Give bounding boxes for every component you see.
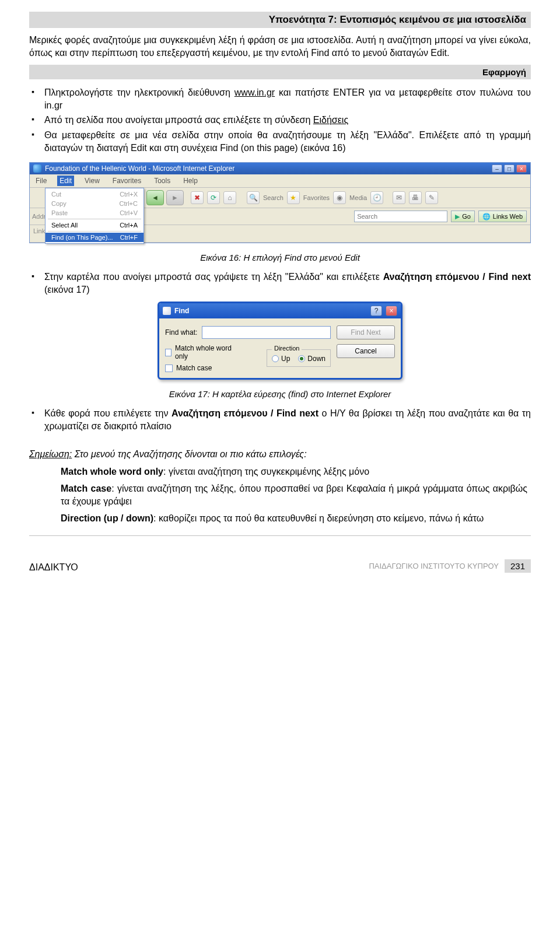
- globe-icon: 🌐: [482, 213, 491, 220]
- stop-button[interactable]: ✖: [191, 191, 204, 204]
- go-label: Go: [462, 213, 471, 220]
- menu-favorites[interactable]: Favorites: [110, 176, 144, 186]
- close-button[interactable]: ×: [516, 164, 527, 173]
- menu-label: Select All: [51, 222, 78, 229]
- bullet-1: Πληκτρολογήστε την ηλεκτρονική διεύθυνση…: [29, 86, 531, 111]
- favorites-button[interactable]: ★: [287, 191, 300, 204]
- links-web-button[interactable]: 🌐Links Web: [478, 211, 527, 222]
- menu-label: Cut: [51, 191, 61, 198]
- home-button[interactable]: ⌂: [223, 191, 236, 204]
- note-rest: : γίνεται αναζήτηση της συγκεκριμένης λέ…: [163, 467, 369, 476]
- radio-label: Down: [307, 355, 326, 363]
- maximize-button[interactable]: □: [504, 164, 514, 173]
- links-web-label: Links Web: [493, 213, 523, 220]
- close-button[interactable]: ×: [386, 306, 397, 316]
- find-what-input[interactable]: [202, 326, 331, 339]
- history-icon: 🕘: [373, 194, 382, 202]
- bullet-text: Πληκτρολογήστε την ηλεκτρονική διεύθυνση: [44, 87, 235, 97]
- direction-down-radio[interactable]: Down: [298, 355, 326, 363]
- note-bold: Match case: [61, 483, 111, 493]
- instruction-list-3: Κάθε φορά που επιλέγετε την Αναζήτηση επ…: [29, 407, 531, 432]
- checkbox-label: Match case: [176, 364, 212, 372]
- history-button[interactable]: 🕘: [370, 191, 383, 204]
- bullet-text: Στην καρτέλα που ανοίγει μπροστά σας γρά…: [44, 272, 383, 282]
- menu-item-cut[interactable]: CutCtrl+X: [46, 190, 144, 199]
- search-label: Search: [263, 194, 284, 201]
- bold-text: Αναζήτηση επόμενου / Find next: [172, 408, 318, 418]
- refresh-button[interactable]: ⟳: [207, 191, 220, 204]
- link-text: Ειδήσεις: [313, 115, 348, 125]
- media-button[interactable]: ◉: [333, 191, 346, 204]
- edit-icon: ✎: [429, 194, 435, 202]
- page-footer: ΔΙΑΔΙΚΤΥΟ ΠΑΙΔΑΓΩΓΙΚΟ ΙΝΣΤΙΤΟΥΤΟ ΚΥΠΡΟΥ …: [0, 559, 560, 576]
- edit-button[interactable]: ✎: [425, 191, 438, 204]
- section-title-bar: Υποενότητα 7: Εντοπισμός κειμένου σε μια…: [29, 12, 531, 28]
- note-bold: Match whole word only: [61, 467, 163, 476]
- find-next-button[interactable]: Find Next: [337, 325, 395, 339]
- note-rest: : γίνεται αναζήτηση της λέξης, όπου προσ…: [61, 483, 527, 506]
- menu-item-paste[interactable]: PasteCtrl+V: [46, 208, 144, 218]
- minimize-button[interactable]: –: [492, 164, 502, 173]
- star-icon: ★: [290, 194, 296, 202]
- search-icon: 🔍: [249, 194, 258, 202]
- menu-shortcut: Ctrl+F: [120, 234, 138, 241]
- stop-icon: ✖: [194, 194, 200, 202]
- direction-up-radio[interactable]: Up: [272, 355, 290, 363]
- find-title-text: Find: [174, 307, 367, 315]
- page-number: 231: [505, 559, 531, 573]
- go-icon: ▶: [455, 213, 460, 220]
- menu-edit[interactable]: Edit: [57, 176, 74, 186]
- bullet-text: (εικόνα 17): [44, 285, 90, 295]
- print-button[interactable]: 🖶: [409, 191, 422, 204]
- search-input[interactable]: [354, 211, 447, 222]
- radio-icon: [272, 355, 279, 362]
- bullet-text: Κάθε φορά που επιλέγετε την: [44, 408, 172, 418]
- menu-tools[interactable]: Tools: [152, 176, 173, 186]
- note-bold: Direction (up / down): [61, 513, 153, 523]
- forward-button[interactable]: ►: [166, 190, 184, 205]
- window-title: Foundation of the Hellenic World - Micro…: [45, 164, 488, 173]
- note-item-2: Match case: γίνεται αναζήτηση της λέξης,…: [61, 482, 531, 507]
- note-item-3: Direction (up / down): καθορίζει προς τα…: [61, 512, 531, 525]
- menubar: File Edit View Favorites Tools Help: [30, 174, 530, 188]
- menu-shortcut: Ctrl+C: [120, 200, 138, 207]
- media-label: Media: [349, 194, 367, 201]
- mail-button[interactable]: ✉: [393, 191, 405, 204]
- favorites-label: Favorites: [303, 194, 330, 201]
- print-icon: 🖶: [412, 194, 419, 202]
- ie-icon: [33, 164, 41, 173]
- direction-group: Direction Up Down: [267, 349, 331, 367]
- search-button[interactable]: 🔍: [247, 191, 260, 204]
- menu-shortcut: Ctrl+V: [120, 209, 138, 216]
- go-button[interactable]: ▶Go: [451, 211, 475, 222]
- bold-text: Αναζήτηση επόμενου / Find next: [383, 272, 531, 282]
- checkbox-icon: [165, 365, 173, 372]
- menu-item-find[interactable]: Find (on This Page)...Ctrl+F: [46, 233, 144, 242]
- menu-view[interactable]: View: [82, 176, 102, 186]
- back-button[interactable]: ◄: [146, 190, 164, 205]
- figure-16-caption: Εικόνα 16: Η επιλογή Find στο μενού Edit: [29, 253, 531, 262]
- bullet-text: Από τη σελίδα που ανοίγεται μπροστά σας …: [44, 115, 313, 125]
- instruction-list-1: Πληκτρολογήστε την ηλεκτρονική διεύθυνση…: [29, 86, 531, 154]
- match-whole-word-checkbox[interactable]: Match whole word only: [165, 344, 234, 360]
- menu-item-selectall[interactable]: Select AllCtrl+A: [46, 220, 144, 230]
- find-dialog: Find ? × Find what: Find Next Match whol…: [158, 302, 402, 380]
- menu-help[interactable]: Help: [181, 176, 200, 186]
- help-button[interactable]: ?: [370, 306, 382, 316]
- home-icon: ⌂: [228, 194, 232, 202]
- menu-label: Paste: [51, 209, 68, 216]
- cancel-button[interactable]: Cancel: [337, 344, 395, 358]
- find-icon: [163, 307, 171, 315]
- radio-label: Up: [281, 355, 290, 363]
- window-titlebar: Foundation of the Hellenic World - Micro…: [30, 163, 530, 174]
- note-item-1: Match whole word only: γίνεται αναζήτηση…: [61, 465, 531, 478]
- footer-institution: ΠΑΙΔΑΓΩΓΙΚΟ ΙΝΣΤΙΤΟΥΤΟ ΚΥΠΡΟΥ: [369, 562, 499, 570]
- direction-legend: Direction: [272, 345, 302, 352]
- note-heading: Σημείωση: Στο μενού της Αναζήτησης δίνον…: [29, 449, 531, 460]
- bullet-2: Από τη σελίδα που ανοίγεται μπροστά σας …: [29, 114, 531, 127]
- figure-17-caption: Εικόνα 17: Η καρτέλα εύρεσης (find) στο …: [29, 389, 531, 399]
- match-case-checkbox[interactable]: Match case: [165, 364, 234, 372]
- menu-file[interactable]: File: [33, 176, 49, 186]
- menu-shortcut: Ctrl+A: [120, 222, 138, 229]
- menu-item-copy[interactable]: CopyCtrl+C: [46, 199, 144, 208]
